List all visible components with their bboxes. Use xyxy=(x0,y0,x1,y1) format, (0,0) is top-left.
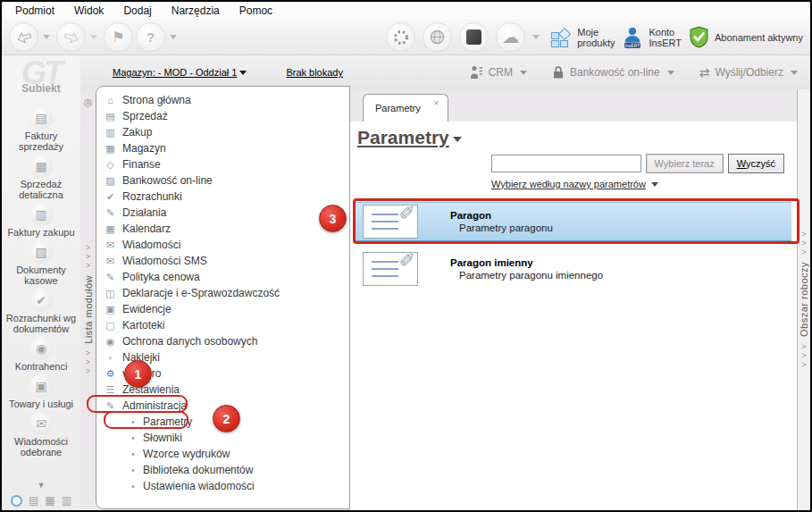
module-list-item[interactable]: ☰ Zestawienia xyxy=(96,382,349,398)
cube-button[interactable] xyxy=(459,22,489,52)
tab-parametry[interactable]: Parametry × xyxy=(363,94,448,122)
module-list-item[interactable]: ◇ Finanse xyxy=(96,156,349,172)
sidebar-mini-icon[interactable]: ▦ xyxy=(45,494,54,507)
module-list-item[interactable]: • Ustawienia wiadomości xyxy=(96,478,349,494)
globe-button[interactable] xyxy=(423,22,452,52)
parameter-title: Paragon imienny xyxy=(450,257,603,268)
dots-circle-icon xyxy=(392,29,410,46)
wyczysc-button[interactable]: Wyczyść xyxy=(728,154,784,173)
loading-dots-button[interactable] xyxy=(386,22,415,52)
module-list-item[interactable]: ▫ Naklejki xyxy=(96,349,349,365)
tab-close-icon[interactable]: × xyxy=(433,97,439,108)
module-list-item[interactable]: ✎ Administracja xyxy=(96,398,349,414)
filter-dropdown-icon[interactable] xyxy=(651,182,658,187)
forward-button[interactable] xyxy=(56,22,86,52)
bankowosc-dropdown-icon[interactable] xyxy=(667,71,674,75)
sidebar-mini-icon[interactable] xyxy=(11,495,22,507)
module-icon: ✎ xyxy=(104,400,117,412)
heading-dropdown-icon[interactable] xyxy=(453,137,462,142)
wyslij-odbierz-control[interactable]: ⇄ Wyślij/Odbierz xyxy=(699,65,801,80)
module-list-item[interactable]: • Parametry xyxy=(96,414,349,430)
sidebar-shortcut-label: Wiadomości odebrane xyxy=(3,436,80,457)
sidebar-shortcut[interactable]: ▥ Faktury zakupu xyxy=(3,203,80,238)
module-list-item[interactable]: ▦ Magazyn xyxy=(96,140,349,156)
module-list-strip-label[interactable]: Lista modułów xyxy=(83,275,94,344)
flag-button[interactable]: ⚑ xyxy=(104,22,133,52)
content-column: Magazyn: - MOD - Oddział 1 Brak blokady … xyxy=(80,55,810,510)
module-list-item[interactable]: ✎ Działania xyxy=(96,205,349,221)
module-list-item[interactable]: ▦ Kalendarz xyxy=(96,221,349,237)
sidebar-more-button[interactable]: ▼ xyxy=(36,479,47,491)
chevron-icon: > xyxy=(801,239,806,248)
module-list-item[interactable]: ✉ Wiadomości xyxy=(96,237,349,253)
module-list-item[interactable]: ✔ Rozrachunki xyxy=(96,189,349,205)
magazyn-link[interactable]: Magazyn: - MOD - Oddział 1 xyxy=(113,67,237,78)
sidebar-mini-icon[interactable]: ▥ xyxy=(62,494,71,507)
wybierz-teraz-button[interactable]: Wybierz teraz xyxy=(646,154,724,173)
sidebar-shortcut[interactable]: ✉ Wiadomości odebrane xyxy=(3,412,80,457)
workspace-strip-label[interactable]: Obszar roboczy xyxy=(799,262,809,337)
module-list-item[interactable]: • Wzorce wydruków xyxy=(96,446,349,462)
konto-insert-label: KontoInsERT xyxy=(649,27,681,48)
crm-control[interactable]: CRM xyxy=(470,65,531,80)
pin-icon[interactable]: ◎ xyxy=(84,97,93,108)
crm-dropdown-icon[interactable] xyxy=(520,71,527,75)
wybierz-wedlug-link[interactable]: Wybierz według nazwy parametrów xyxy=(491,179,646,189)
help-dropdown-icon[interactable] xyxy=(170,35,177,39)
module-list-item[interactable]: ▨ Bankowość on-line xyxy=(96,172,349,189)
sidebar-shortcut[interactable]: ▣ Towary i usługi xyxy=(3,374,80,409)
sidebar-shortcut[interactable]: ◉ Kontrahenci xyxy=(3,337,80,372)
abonament-button[interactable]: Abonament aktywny xyxy=(689,26,803,48)
parameter-row[interactable]: ✐ Paragon imienny Parametry paragonu imi… xyxy=(356,249,791,289)
parameter-row[interactable]: ✐ Paragon Parametry paragonu xyxy=(356,202,791,241)
sidebar-shortcut[interactable]: ▤ Faktury sprzedaży xyxy=(3,106,80,152)
module-list-item[interactable]: • Biblioteka dokumentów xyxy=(96,462,349,478)
cloud-sync-button[interactable]: ☁ xyxy=(496,22,543,52)
module-list-item[interactable]: ▥ Zakup xyxy=(96,124,349,140)
module-list-item[interactable]: ▢ Kartoteki xyxy=(96,317,349,333)
bankowosc-control[interactable]: Bankowość on-line xyxy=(552,65,678,80)
module-icon: ✉ xyxy=(104,239,117,251)
nav-button-group: ⚑ ? xyxy=(9,22,180,52)
page-heading[interactable]: Parametry xyxy=(357,127,797,148)
module-list-item[interactable]: ⌂ Strona główna xyxy=(96,92,349,108)
menu-item[interactable]: Widok xyxy=(64,3,113,19)
konto-insert-button[interactable]: InsERT KontoInsERT xyxy=(622,26,681,49)
menu-item[interactable]: Dodaj xyxy=(113,3,161,19)
back-dropdown-icon[interactable] xyxy=(43,35,50,39)
chevron-icon: > xyxy=(86,243,90,252)
sidebar-shortcut[interactable]: ▦ Sprzedaż detaliczna xyxy=(3,155,80,200)
module-list-item[interactable]: ▤ Sprzedaż xyxy=(96,108,349,124)
crm-person-icon xyxy=(470,65,483,80)
search-row: Wybierz teraz Wyczyść xyxy=(491,154,784,173)
app-name-label: Subiekt xyxy=(2,82,80,95)
magazyn-selector[interactable]: Magazyn: - MOD - Oddział 1 xyxy=(113,67,247,78)
module-list-item[interactable]: ✉ Wiadomości SMS xyxy=(96,253,349,269)
module-list-collapse-strip[interactable]: ◎ > > > Lista modułów > > > xyxy=(80,89,96,510)
parameter-search-input[interactable] xyxy=(491,155,641,172)
workspace-collapse-strip[interactable]: > > > Obszar roboczy > > > xyxy=(797,89,810,509)
brak-blokady-link[interactable]: Brak blokady xyxy=(286,67,343,78)
module-list-item[interactable]: ✎ Polityka cenowa xyxy=(96,269,349,285)
magazyn-dropdown-icon[interactable] xyxy=(239,71,247,75)
forward-dropdown-icon[interactable] xyxy=(90,35,97,39)
module-list-item[interactable]: ⚙ vendero xyxy=(96,365,349,382)
wyslij-dropdown-icon[interactable] xyxy=(791,71,798,75)
moje-produkty-button[interactable]: Mojeprodukty xyxy=(550,27,615,48)
module-label: Wiadomości xyxy=(122,239,180,251)
sidebar-mini-icon[interactable]: ▤ xyxy=(29,494,38,507)
sidebar-shortcut[interactable]: ▧ Dokumenty kasowe xyxy=(3,240,80,286)
module-list-item[interactable]: • Słowniki xyxy=(96,430,349,446)
sidebar-shortcut[interactable]: ✔ Rozrachunki wg dokumentów xyxy=(3,289,80,334)
module-list-item[interactable]: ▣ Ewidencje xyxy=(96,301,349,317)
module-label: Zestawienia xyxy=(122,383,180,396)
module-list-item[interactable]: ◉ Ochrona danych osobowych xyxy=(96,333,349,349)
toolbar-right-group: ☁ Mojeprodukty InsERT KontoInsERT xyxy=(386,22,803,52)
menu-item[interactable]: Pomoc xyxy=(230,3,282,19)
back-button[interactable] xyxy=(9,22,38,52)
menu-item[interactable]: Podmiot xyxy=(5,3,64,19)
help-button[interactable]: ? xyxy=(136,22,165,52)
module-list-item[interactable]: ◫ Deklaracje i e-Sprawozdawczość xyxy=(96,285,349,301)
menu-item[interactable]: Narzędzia xyxy=(162,3,230,19)
cloud-dropdown-icon[interactable] xyxy=(532,35,540,39)
